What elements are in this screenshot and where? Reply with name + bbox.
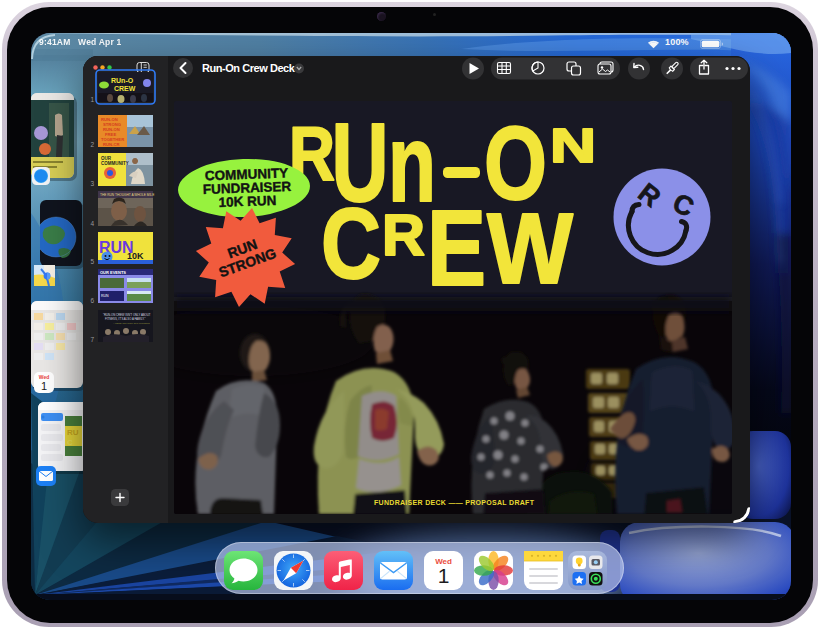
svg-text:C: C — [67, 438, 73, 447]
svg-text:E: E — [427, 187, 486, 308]
svg-text:C: C — [321, 187, 381, 299]
svg-text:FITNESS, IT'S ALSO A FAMILY.": FITNESS, IT'S ALSO A FAMILY." — [105, 317, 146, 321]
svg-text:N: N — [550, 119, 596, 172]
svg-text:OUR EVENTS: OUR EVENTS — [100, 270, 126, 275]
svg-text:R: R — [382, 203, 425, 267]
svg-text:6: 6 — [90, 297, 94, 304]
svg-text:1: 1 — [41, 380, 47, 392]
svg-text:FUNDRAISER DECK —— PROPOSAL DR: FUNDRAISER DECK —— PROPOSAL DRAFT — [374, 499, 535, 506]
svg-text:COMMUNITY: COMMUNITY — [101, 161, 129, 166]
svg-text:RUN: RUN — [101, 294, 109, 298]
svg-text:Run-On Crew Deck: Run-On Crew Deck — [202, 62, 296, 74]
svg-text:THE RUN THOUGHT A WHOLE MILE: THE RUN THOUGHT A WHOLE MILE — [100, 193, 154, 197]
svg-text:CREW: CREW — [114, 85, 136, 92]
svg-text:3: 3 — [90, 180, 94, 187]
svg-text:5: 5 — [90, 258, 94, 265]
svg-text:1: 1 — [438, 564, 450, 587]
svg-text:7: 7 — [90, 336, 94, 343]
svg-text:RUN-CR: RUN-CR — [103, 142, 120, 147]
svg-text:1: 1 — [90, 96, 94, 103]
svg-text:RU: RU — [67, 428, 79, 437]
svg-text:2: 2 — [90, 141, 94, 148]
svg-text:10K RUN: 10K RUN — [218, 193, 276, 210]
svg-text:A MESSAGE FROM OUR RUNNERS: A MESSAGE FROM OUR RUNNERS — [113, 322, 150, 324]
svg-text:W: W — [487, 192, 574, 304]
svg-text:RUn-O: RUn-O — [111, 77, 134, 84]
svg-text:4: 4 — [90, 220, 94, 227]
